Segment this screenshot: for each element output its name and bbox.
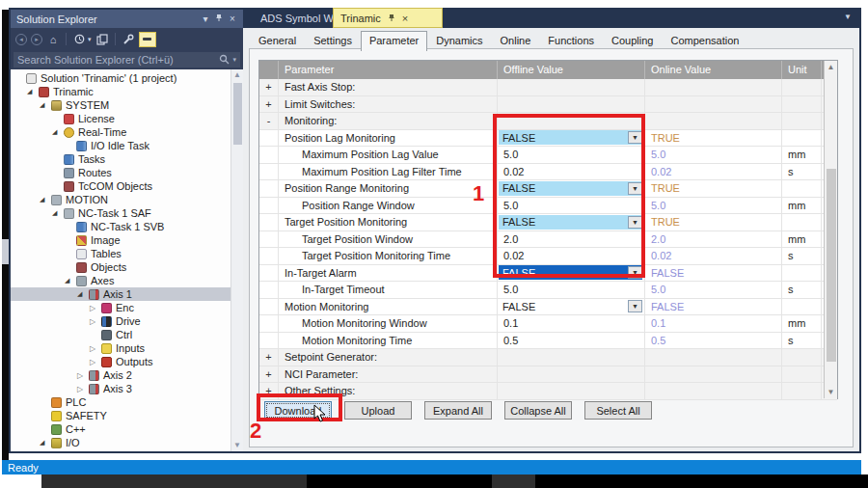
row-expander-icon[interactable]: + <box>259 96 279 113</box>
expanded-expander-icon[interactable]: ◢ <box>65 277 75 285</box>
tree-item-trinamic[interactable]: ◢Trinamic <box>11 85 231 98</box>
collapse-all-icon[interactable] <box>72 33 86 46</box>
tree-item-devices[interactable]: ◢Devices <box>11 449 231 451</box>
tree-item-license[interactable]: License <box>11 112 231 125</box>
scroll-down-icon[interactable]: ▼ <box>825 386 837 398</box>
tree-item-real-time[interactable]: ◢Real-Time <box>11 125 231 139</box>
tree-item-routes[interactable]: Routes <box>11 166 231 179</box>
grid-row-nci-parameter[interactable]: +NCI Parameter: <box>259 366 837 384</box>
expanded-expander-icon[interactable]: ◢ <box>27 88 38 95</box>
tree-item-tasks[interactable]: Tasks <box>11 152 231 166</box>
tree-item-enc[interactable]: ▷Enc <box>11 301 231 314</box>
scroll-down-icon[interactable]: ▼ <box>231 440 243 451</box>
tree-item-ctrl[interactable]: Ctrl <box>11 328 231 341</box>
tree-item-nc-task-1-svb[interactable]: NC-Task 1 SVB <box>11 220 231 233</box>
tree-item-drive[interactable]: ▷Drive <box>11 314 231 328</box>
parameter-name: Motion Monitoring Window <box>279 315 498 332</box>
tree-item-i-o[interactable]: ◢I/O <box>11 436 231 449</box>
window-position-icon[interactable]: ▾ <box>199 14 212 24</box>
row-expander-icon[interactable]: + <box>259 349 279 366</box>
tab-compensation[interactable]: Compensation <box>662 31 747 50</box>
tree-item-nc-task-1-saf[interactable]: ◢NC-Task 1 SAF <box>11 206 231 220</box>
tree-item-tables[interactable]: Tables <box>11 247 231 260</box>
grid-row-setpoint-generator[interactable]: +Setpoint Generator: <box>259 349 837 366</box>
properties-wrench-icon[interactable] <box>122 33 135 46</box>
column-header-parameter: Parameter <box>279 61 498 79</box>
scrollbar-thumb[interactable] <box>827 169 836 362</box>
tree-scrollbar[interactable]: ▲ ▼ <box>231 69 243 451</box>
upload-button[interactable]: Upload <box>344 401 412 420</box>
tree-item-axes[interactable]: ◢Axes <box>11 274 231 287</box>
tree-item-solution-trinamic-1-project[interactable]: Solution 'Trinamic' (1 project) <box>11 71 231 85</box>
collapsed-expander-icon[interactable]: ▷ <box>90 317 100 326</box>
tree-item-image[interactable]: Image <box>11 233 231 247</box>
tab-parameter[interactable]: Parameter <box>361 31 427 51</box>
scrollbar-thumb[interactable] <box>233 83 242 145</box>
forward-icon[interactable]: ▸ <box>31 34 42 45</box>
search-icon[interactable] <box>219 54 230 67</box>
pin-icon[interactable] <box>212 14 226 24</box>
expand-all-button[interactable]: Expand All <box>424 401 492 420</box>
expanded-expander-icon[interactable]: ◢ <box>40 196 50 203</box>
select-all-button[interactable]: Select All <box>584 401 652 420</box>
tree-item-i-o-idle-task[interactable]: I/O Idle Task <box>11 139 231 152</box>
collapsed-expander-icon[interactable]: ▷ <box>77 385 88 393</box>
expanded-expander-icon[interactable]: ◢ <box>52 128 63 136</box>
row-expander-icon[interactable]: - <box>259 113 279 129</box>
close-icon[interactable]: × <box>402 13 408 24</box>
tab-settings[interactable]: Settings <box>305 31 361 50</box>
grid-row-motion-monitoring[interactable]: Motion MonitoringFALSE▼FALSE <box>259 299 837 316</box>
chevron-down-icon[interactable]: ▾ <box>232 56 236 64</box>
tab-dynamics[interactable]: Dynamics <box>427 31 491 50</box>
tree-item-outputs[interactable]: ▷Outputs <box>11 355 231 368</box>
search-input[interactable]: Search Solution Explorer (Ctrl+ü) ▾ <box>14 52 240 68</box>
row-expander-icon[interactable]: + <box>259 366 279 383</box>
grid-row-limit-switches[interactable]: +Limit Switches: <box>259 96 837 114</box>
collapsed-expander-icon[interactable]: ▷ <box>90 304 100 312</box>
expanded-expander-icon[interactable]: ◢ <box>40 439 50 447</box>
tab-functions[interactable]: Functions <box>539 31 603 50</box>
collapsed-expander-icon[interactable]: ▷ <box>77 371 88 380</box>
grid-row-motion-monitoring-window[interactable]: Motion Monitoring Window0.10.1mm <box>259 315 837 333</box>
back-icon[interactable]: ◂ <box>15 34 27 45</box>
expanded-expander-icon[interactable]: ◢ <box>40 101 50 109</box>
collapse-all-button[interactable]: Collapse All <box>504 401 572 420</box>
scroll-up-icon[interactable]: ▲ <box>825 61 837 73</box>
tree-item-axis-3[interactable]: ▷Axis 3 <box>11 382 231 395</box>
offline-value-dropdown[interactable]: FALSE▼ <box>499 299 642 313</box>
tree-item-safety[interactable]: SAFETY <box>11 409 231 422</box>
scroll-up-icon[interactable]: ▲ <box>231 69 243 81</box>
unit-value <box>782 299 822 315</box>
preview-selected-items-icon[interactable] <box>139 32 156 47</box>
tab-trinamic[interactable]: Trinamic × <box>333 8 443 28</box>
pin-icon[interactable] <box>388 13 395 24</box>
tree-item-plc[interactable]: PLC <box>11 395 231 409</box>
tab-general[interactable]: General <box>250 31 305 50</box>
close-icon[interactable]: × <box>226 14 239 24</box>
grid-scrollbar[interactable]: ▲ ▼ <box>824 61 837 398</box>
tab-online[interactable]: Online <box>492 31 540 50</box>
home-icon[interactable]: ⌂ <box>46 33 60 46</box>
tree-item-motion[interactable]: ◢MOTION <box>11 193 231 206</box>
sync-with-active-document-icon[interactable] <box>95 33 109 46</box>
tree-item-objects[interactable]: Objects <box>11 260 231 274</box>
tab-coupling[interactable]: Coupling <box>603 31 662 50</box>
tree-item-inputs[interactable]: ▷Inputs <box>11 341 231 355</box>
grid-row-in-target-timeout[interactable]: In-Target Timeout5.05.0s <box>259 282 837 299</box>
collapsed-expander-icon[interactable]: ▷ <box>90 344 100 353</box>
tree-item-c[interactable]: C++ <box>11 422 231 436</box>
expanded-expander-icon[interactable]: ◢ <box>77 290 88 298</box>
expanded-expander-icon[interactable]: ◢ <box>52 209 63 217</box>
tree-item-axis-1[interactable]: ◢Axis 1 <box>11 287 231 301</box>
chevron-down-icon[interactable]: ▾ <box>88 36 92 43</box>
grid-row-motion-monitoring-time[interactable]: Motion Monitoring Time0.50.5s <box>259 333 837 350</box>
collapsed-expander-icon[interactable]: ▷ <box>90 358 100 366</box>
grid-row-fast-axis-stop[interactable]: +Fast Axis Stop: <box>259 79 837 96</box>
tree-item-system[interactable]: ◢SYSTEM <box>11 98 231 112</box>
tree-item-axis-2[interactable]: ▷Axis 2 <box>11 368 231 382</box>
row-expander-icon[interactable]: + <box>259 79 279 95</box>
tree-item-tccom-objects[interactable]: TcCOM Objects <box>11 179 231 193</box>
grid-row-other-settings[interactable]: +Other Settings: <box>259 383 837 400</box>
dropdown-arrow-icon[interactable]: ▼ <box>628 300 642 312</box>
chevron-down-icon[interactable]: ▼ <box>844 13 852 21</box>
